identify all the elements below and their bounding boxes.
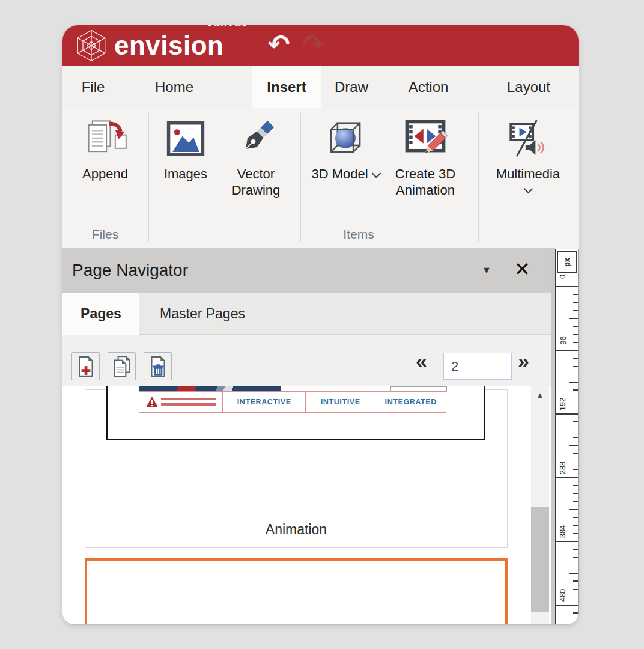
tab-action[interactable]: Action — [409, 66, 449, 108]
ruler-tick — [573, 612, 578, 614]
tab-master-pages[interactable]: Master Pages — [139, 293, 266, 335]
ruler-tick-label: 480 — [557, 586, 568, 604]
page-number-input[interactable] — [443, 353, 512, 380]
ruler-tick — [569, 382, 578, 383]
ruler-tick — [573, 389, 578, 391]
previous-page-button[interactable]: « — [416, 344, 427, 377]
banner-cell: INTERACTIVE — [223, 392, 305, 412]
ruler-tick — [573, 580, 578, 582]
banner-warning-cell — [139, 392, 223, 412]
scroll-up-icon[interactable]: ▲ — [531, 391, 549, 400]
append-button[interactable]: Append — [68, 114, 142, 182]
multimedia-label: Multimedia — [496, 166, 560, 181]
ruler-tick — [573, 597, 578, 598]
panel-close-icon[interactable]: ✕ — [514, 248, 530, 293]
tab-insert[interactable]: Insert — [267, 66, 306, 108]
preview-banner: INTERACTIVE INTUITIVE INTEGRATED — [139, 391, 446, 413]
ruler-tick — [569, 445, 578, 446]
tab-file[interactable]: File — [82, 66, 105, 108]
chevron-down-icon — [371, 169, 381, 178]
ruler-tick — [573, 302, 578, 303]
duplicate-page-icon — [111, 355, 133, 378]
app-title: envision — [114, 29, 224, 62]
3d-cube-icon — [323, 118, 368, 160]
ruler-tick — [573, 501, 578, 502]
ruler-tick — [573, 398, 578, 399]
page-preview: INTERACTIVE INTUITIVE INTEGRATED — [106, 386, 485, 440]
ruler-tick — [573, 525, 578, 526]
ruler-major-line — [556, 350, 578, 351]
multimedia-icon — [508, 119, 548, 159]
ruler-tick — [569, 318, 578, 319]
ruler-tick — [573, 366, 578, 367]
append-icon — [82, 118, 128, 160]
group-separator — [148, 113, 149, 242]
page-navigator-header: Page Navigator ▼ ✕ — [62, 248, 551, 293]
ruler-major-line — [556, 413, 578, 415]
create-3d-animation-button[interactable]: Create 3D Animation — [386, 114, 465, 198]
ruler-major-line — [556, 541, 578, 542]
scrollbar-thumb[interactable] — [531, 507, 549, 612]
ruler-tick — [573, 565, 578, 566]
ruler-tick-label: 0 — [557, 267, 568, 285]
ruler-tick — [573, 462, 578, 463]
multimedia-button[interactable]: Multimedia — [483, 114, 573, 192]
group-label-items: Items — [270, 227, 448, 242]
tab-home[interactable]: Home — [155, 66, 193, 108]
vertical-ruler: px 0 96 192 288 384 480 — [555, 249, 579, 624]
warning-triangle-icon — [145, 396, 159, 408]
ruler-tick — [569, 509, 578, 510]
ruler-tick — [573, 557, 578, 558]
delete-page-button[interactable] — [144, 352, 172, 380]
ribbon-body: Append Images Vector Drawing — [62, 108, 579, 248]
undo-button[interactable]: ↶ — [263, 26, 294, 64]
app-window: canvas envision ↶ ↷ File Home Insert Dra… — [62, 25, 579, 624]
ruler-tick — [573, 421, 578, 422]
ruler-tick-label: 96 — [557, 331, 568, 349]
envision-logo-icon — [74, 29, 108, 62]
banner-fine-print — [161, 398, 216, 406]
group-label-files: Files — [68, 227, 142, 242]
film-pencil-icon — [403, 118, 448, 160]
vector-drawing-button[interactable]: Vector Drawing — [220, 114, 292, 198]
redo-button[interactable]: ↷ — [298, 26, 329, 64]
ruler-tick — [573, 437, 578, 439]
tab-draw[interactable]: Draw — [335, 66, 368, 108]
duplicate-page-button[interactable] — [108, 352, 136, 380]
ruler-tick — [573, 406, 578, 407]
create-3d-animation-label: Create 3D Animation — [395, 166, 455, 198]
tab-layout[interactable]: Layout — [507, 66, 550, 108]
page-caption: Animation — [85, 522, 507, 538]
images-label: Images — [164, 166, 207, 181]
next-page-button[interactable]: » — [518, 344, 529, 377]
ruler-tick — [573, 469, 578, 471]
title-bar: canvas envision ↶ ↷ — [62, 25, 579, 66]
3d-model-button[interactable]: 3D Model — [309, 114, 382, 182]
panel-title: Page Navigator — [72, 248, 188, 293]
group-separator — [300, 113, 301, 242]
ruler-tick — [573, 374, 578, 375]
images-button[interactable]: Images — [153, 114, 219, 182]
ruler-tick — [573, 310, 578, 311]
pen-nib-icon — [235, 118, 277, 160]
ruler-tick — [573, 430, 578, 431]
page-thumbnail-animation[interactable]: INTERACTIVE INTUITIVE INTEGRATED Animati… — [85, 389, 508, 548]
ruler-major-line — [556, 477, 578, 478]
page-thumbnail-selected[interactable] — [85, 558, 508, 624]
ruler-tick — [573, 334, 578, 335]
ruler-tick-label: 192 — [557, 395, 568, 413]
pages-scrollbar[interactable]: ▲ — [531, 386, 549, 624]
3d-model-label: 3D Model — [311, 166, 368, 181]
panel-menu-dropdown-icon[interactable]: ▼ — [482, 248, 491, 293]
ruler-unit-label: px — [562, 257, 571, 266]
ruler-major-line — [556, 286, 578, 287]
ruler-tick — [573, 517, 578, 518]
banner-cell: INTUITIVE — [306, 392, 376, 412]
tab-pages[interactable]: Pages — [62, 293, 139, 335]
ruler-tick — [573, 358, 578, 359]
ruler-major-line — [556, 605, 578, 606]
ruler-tick — [573, 326, 578, 327]
pages-list: INTERACTIVE INTUITIVE INTEGRATED Animati… — [62, 386, 551, 624]
ruler-tick — [573, 342, 578, 343]
add-page-button[interactable] — [71, 352, 100, 380]
